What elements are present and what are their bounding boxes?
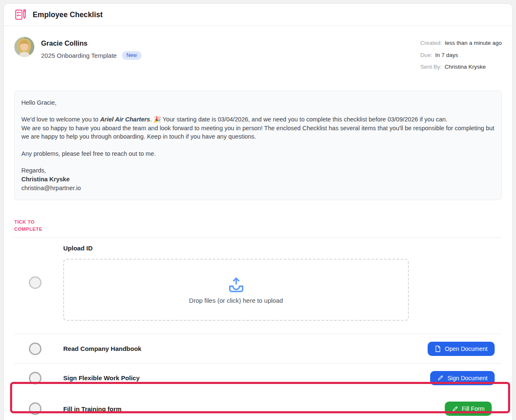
pencil-icon [437, 375, 444, 381]
company-name: Ariel Air Charters [100, 116, 150, 123]
dropzone-label: Drop files (or click) here to upload [189, 297, 283, 304]
message-text: . 🎉 Your starting date is 03/04/2026, an… [150, 116, 447, 123]
sender-email: christina@hrpartner.io [21, 184, 495, 193]
checklist-row-upload-id: Upload ID Drop files (or click) her [14, 237, 502, 334]
upload-tray-icon [227, 276, 245, 293]
complete-toggle[interactable] [29, 402, 41, 415]
message-text: We are so happy to have you aboard the t… [21, 125, 494, 140]
button-label: Fill Form [462, 405, 485, 412]
pencil-icon [452, 406, 458, 412]
message-text: We'd love to welcome you to [21, 116, 100, 123]
checklist: Upload ID Drop files (or click) her [14, 237, 502, 420]
template-name: 2025 Onboarding Template [41, 52, 117, 59]
created-value: less than a minute ago [445, 40, 502, 46]
sent-by-label: Sent By: [420, 64, 441, 70]
tick-to-complete-header: TICK TO COMPLETE [14, 219, 53, 232]
complete-toggle[interactable] [29, 276, 41, 289]
checklist-row-sign-policy: Sign Flexible Work Policy Sign Document [14, 363, 502, 392]
due-value: In 7 days [435, 52, 458, 58]
meta-panel: Created: less than a minute ago Due: In … [420, 40, 502, 76]
item-title: Sign Flexible Work Policy [63, 374, 430, 381]
item-title: Read Company Handbook [63, 345, 428, 352]
status-badge: New [122, 51, 142, 60]
checklist-row-read-handbook: Read Company Handbook Open Document [14, 334, 502, 363]
fill-form-button[interactable]: Fill Form [445, 402, 492, 416]
sent-by-value: Christina Kryske [444, 64, 485, 70]
created-label: Created: [420, 40, 442, 46]
app-header: Employee Checklist [4, 4, 512, 26]
complete-toggle[interactable] [29, 372, 41, 384]
item-title: Fill in Training form [63, 405, 445, 412]
sign-document-button[interactable]: Sign Document [430, 371, 495, 385]
button-label: Sign Document [447, 375, 488, 381]
employee-name: Gracie Collins [41, 39, 142, 47]
open-document-button[interactable]: Open Document [428, 342, 495, 356]
page-title: Employee Checklist [33, 10, 103, 19]
welcome-message: Hello Gracie, We'd love to welcome you t… [14, 90, 502, 201]
document-icon [435, 345, 441, 352]
checklist-row-fill-training-form: Fill in Training form Fill Form [14, 392, 502, 420]
closing-text: Regards, [21, 166, 495, 175]
profile-bar: Gracie Collins 2025 Onboarding Template … [4, 26, 512, 76]
sender-name: Christina Kryske [21, 175, 495, 184]
file-dropzone[interactable]: Drop files (or click) here to upload [63, 259, 409, 321]
item-title: Upload ID [63, 245, 502, 252]
avatar [14, 37, 34, 57]
due-label: Due: [420, 52, 432, 58]
employee-checklist-card: Employee Checklist [3, 3, 513, 420]
complete-toggle[interactable] [29, 343, 41, 355]
button-label: Open Document [445, 345, 488, 352]
checklist-pen-icon [14, 8, 27, 21]
message-greeting: Hello Gracie, [21, 98, 495, 107]
message-closing: Regards, Christina Kryske christina@hrpa… [21, 166, 495, 192]
message-paragraph-2: Any problems, please feel free to reach … [21, 149, 495, 158]
message-paragraph-1: We'd love to welcome you to Ariel Air Ch… [21, 115, 495, 141]
